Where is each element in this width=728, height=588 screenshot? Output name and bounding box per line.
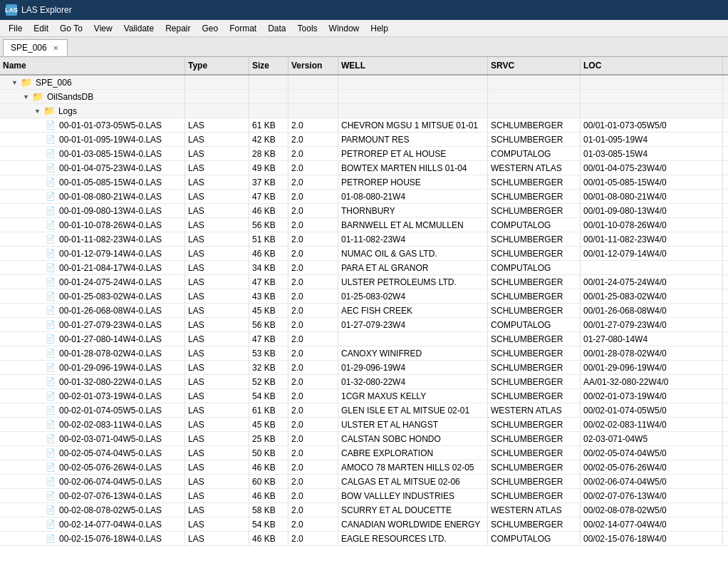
row-well: THORNBURY [338,204,488,217]
file-icon: 📄 [46,135,56,144]
main-content: ▼ 📁 SPE_006 ▼ 📁 OilSandsDB [0,76,728,588]
menu-item-edit[interactable]: Edit [28,22,54,35]
table-row[interactable]: 📄 00-01-26-068-08W4-0.LAS LAS 45 KB 2.0 … [0,304,728,318]
row-type: LAS [185,432,249,445]
table-row[interactable]: 📄 00-01-27-080-14W4-0.LAS LAS 47 KB 2.0 … [0,332,728,346]
tab-close-button[interactable]: ✕ [51,43,60,53]
row-version: 2.0 [288,361,338,374]
expand-icon[interactable]: ▼ [23,93,29,100]
row-version [288,76,338,89]
tab-spe_006[interactable]: SPE_006✕ [3,39,68,56]
folder-icon: 📁 [43,105,55,116]
row-loc: 00/02-08-078-02W5/0 [581,503,723,517]
row-well: BOWTEX MARTEN HILLS 01-04 [338,161,488,175]
table-row[interactable]: 📄 00-01-03-085-15W4-0.LAS LAS 28 KB 2.0 … [0,147,728,161]
row-name: 00-01-28-078-02W4-0.LAS [59,349,162,359]
row-loc: 00/02-02-083-11W4/0 [581,418,723,431]
row-version: 2.0 [288,118,338,132]
row-srvc: SCHLUMBERGER [488,190,581,203]
table-row[interactable]: 📄 00-02-06-074-04W5-0.LAS LAS 60 KB 2.0 … [0,475,728,489]
row-loc [581,261,723,274]
table-row[interactable]: 📄 00-02-01-073-19W4-0.LAS LAS 54 KB 2.0 … [0,389,728,403]
table-row[interactable]: ▼ 📁 SPE_006 [0,76,728,90]
table-row[interactable]: 📄 00-01-27-079-23W4-0.LAS LAS 56 KB 2.0 … [0,318,728,332]
row-version: 2.0 [288,532,338,545]
row-version [288,104,338,118]
row-version: 2.0 [288,161,338,175]
row-loc: 00/02-07-076-13W4/0 [581,489,723,502]
menu-item-file[interactable]: File [3,22,28,35]
table-row[interactable]: 📄 00-02-01-074-05W5-0.LAS LAS 61 KB 2.0 … [0,403,728,418]
row-well: AMOCO 78 MARTEN HILLS 02-05 [338,460,488,474]
menu-item-tools[interactable]: Tools [292,22,323,35]
table-row[interactable]: 📄 00-01-24-075-24W4-0.LAS LAS 47 KB 2.0 … [0,275,728,289]
table-row[interactable]: 📄 00-01-12-079-14W4-0.LAS LAS 46 KB 2.0 … [0,247,728,261]
table-row[interactable]: 📄 00-01-32-080-22W4-0.LAS LAS 52 KB 2.0 … [0,375,728,389]
table-row[interactable]: 📄 00-02-05-074-04W5-0.LAS LAS 50 KB 2.0 … [0,446,728,460]
menu-item-data[interactable]: Data [262,22,291,35]
row-type: LAS [185,318,249,331]
row-name: 00-01-01-095-19W4-0.LAS [59,135,162,145]
menu-item-view[interactable]: View [88,22,118,35]
menu-item-validate[interactable]: Validate [118,22,160,35]
expand-icon[interactable]: ▼ [11,79,18,86]
menu-item-go to[interactable]: Go To [54,22,88,35]
row-type: LAS [185,346,249,360]
row-size: 61 KB [249,403,288,417]
table-row[interactable]: 📄 00-01-01-073-05W5-0.LAS LAS 61 KB 2.0 … [0,118,728,133]
table-row[interactable]: 📄 00-01-25-083-02W4-0.LAS LAS 43 KB 2.0 … [0,289,728,304]
tree-table: ▼ 📁 SPE_006 ▼ 📁 OilSandsDB [0,76,728,588]
row-well: BARNWELL ET AL MCMULLEN [338,218,488,232]
row-name: 00-01-12-079-14W4-0.LAS [59,249,162,259]
table-body[interactable]: ▼ 📁 SPE_006 ▼ 📁 OilSandsDB [0,76,728,588]
menu-item-window[interactable]: Window [323,22,365,35]
row-well: 01-32-080-22W4 [338,375,488,388]
file-icon: 📄 [46,505,56,515]
table-row[interactable]: 📄 00-01-11-082-23W4-0.LAS LAS 51 KB 2.0 … [0,232,728,247]
row-well: 01-08-080-21W4 [338,190,488,203]
menu-item-geo[interactable]: Geo [196,22,224,35]
row-srvc: COMPUTALOG [488,261,581,274]
table-row[interactable]: 📄 00-01-10-078-26W4-0.LAS LAS 56 KB 2.0 … [0,218,728,232]
file-icon: 📄 [46,263,56,272]
table-row[interactable]: 📄 00-02-14-077-04W4-0.LAS LAS 54 KB 2.0 … [0,517,728,532]
table-row[interactable]: 📄 00-01-08-080-21W4-0.LAS LAS 47 KB 2.0 … [0,190,728,204]
folder-icon: 📁 [32,91,43,102]
table-row[interactable]: 📄 00-01-09-080-13W4-0.LAS LAS 46 KB 2.0 … [0,204,728,218]
table-row[interactable]: 📄 00-01-01-095-19W4-0.LAS LAS 42 KB 2.0 … [0,133,728,147]
row-name: 00-02-06-074-04W5-0.LAS [59,477,162,487]
table-row[interactable]: 📄 00-01-05-085-15W4-0.LAS LAS 37 KB 2.0 … [0,175,728,190]
row-size: 47 KB [249,332,288,346]
table-row[interactable]: 📄 00-02-08-078-02W5-0.LAS LAS 58 KB 2.0 … [0,503,728,517]
table-row[interactable]: 📄 00-01-04-075-23W4-0.LAS LAS 49 KB 2.0 … [0,161,728,175]
row-name: 00-01-04-075-23W4-0.LAS [59,163,162,173]
menu-item-format[interactable]: Format [224,22,262,35]
table-row[interactable]: 📄 00-02-03-071-04W5-0.LAS LAS 25 KB 2.0 … [0,432,728,446]
menu-item-repair[interactable]: Repair [160,22,196,35]
table-row[interactable]: ▼ 📁 Logs [0,104,728,118]
row-srvc: WESTERN ATLAS [488,503,581,517]
row-type [185,90,249,103]
row-size [249,104,288,118]
table-row[interactable]: ▼ 📁 OilSandsDB [0,90,728,104]
file-icon: 📄 [46,434,56,443]
row-type [185,76,249,89]
table-row[interactable]: 📄 00-01-29-096-19W4-0.LAS LAS 32 KB 2.0 … [0,361,728,375]
table-row[interactable]: 📄 00-01-28-078-02W4-0.LAS LAS 53 KB 2.0 … [0,346,728,361]
table-row[interactable]: 📄 00-02-15-076-18W4-0.LAS LAS 46 KB 2.0 … [0,532,728,546]
row-name: 00-02-07-076-13W4-0.LAS [59,491,162,501]
row-well: 01-27-079-23W4 [338,318,488,331]
row-name: 00-01-01-073-05W5-0.LAS [59,120,162,130]
menu-item-help[interactable]: Help [365,22,394,35]
table-row[interactable]: 📄 00-01-21-084-17W4-0.LAS LAS 34 KB 2.0 … [0,261,728,275]
table-row[interactable]: 📄 00-02-07-076-13W4-0.LAS LAS 46 KB 2.0 … [0,489,728,503]
table-row[interactable]: 📄 00-02-05-076-26W4-0.LAS LAS 46 KB 2.0 … [0,460,728,475]
row-loc [581,104,723,118]
expand-icon[interactable]: ▼ [34,108,41,115]
row-version: 2.0 [288,332,338,346]
table-row[interactable]: 📄 00-02-02-083-11W4-0.LAS LAS 45 KB 2.0 … [0,418,728,432]
row-loc: 00/01-01-073-05W5/0 [581,118,723,132]
row-srvc: SCHLUMBERGER [488,204,581,217]
col-header-version: Version [288,57,338,74]
row-srvc: SCHLUMBERGER [488,418,581,431]
